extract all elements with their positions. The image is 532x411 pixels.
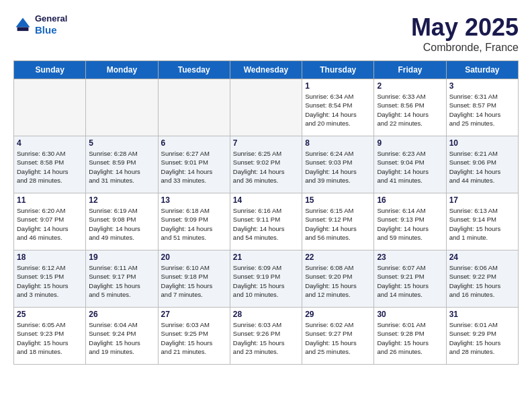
day-header-sunday: Sunday (14, 61, 86, 79)
week-row-0: 1Sunrise: 6:34 AM Sunset: 8:54 PM Daylig… (14, 79, 519, 136)
day-header-tuesday: Tuesday (158, 61, 230, 79)
day-header-friday: Friday (374, 61, 446, 79)
day-cell: 21Sunrise: 6:09 AM Sunset: 9:19 PM Dayli… (230, 250, 302, 308)
week-row-2: 11Sunrise: 6:20 AM Sunset: 9:07 PM Dayli… (14, 193, 519, 250)
day-detail: Sunrise: 6:06 AM Sunset: 9:22 PM Dayligh… (449, 263, 515, 299)
day-cell: 12Sunrise: 6:19 AM Sunset: 9:08 PM Dayli… (86, 193, 158, 250)
day-detail: Sunrise: 6:20 AM Sunset: 9:07 PM Dayligh… (17, 206, 83, 242)
day-cell: 14Sunrise: 6:16 AM Sunset: 9:11 PM Dayli… (230, 193, 302, 250)
day-cell (230, 79, 302, 136)
day-cell: 1Sunrise: 6:34 AM Sunset: 8:54 PM Daylig… (302, 79, 374, 136)
day-number: 29 (305, 310, 371, 319)
day-cell (14, 79, 86, 136)
day-cell: 30Sunrise: 6:01 AM Sunset: 9:28 PM Dayli… (374, 308, 446, 365)
day-cell: 20Sunrise: 6:10 AM Sunset: 9:18 PM Dayli… (158, 250, 230, 308)
page-header: General Blue May 2025 Combronde, France (13, 13, 519, 54)
day-detail: Sunrise: 6:10 AM Sunset: 9:18 PM Dayligh… (161, 263, 227, 299)
day-number: 4 (17, 138, 83, 148)
day-header-wednesday: Wednesday (230, 61, 302, 79)
day-detail: Sunrise: 6:09 AM Sunset: 9:19 PM Dayligh… (233, 263, 299, 299)
day-detail: Sunrise: 6:31 AM Sunset: 8:57 PM Dayligh… (449, 92, 515, 128)
day-cell: 13Sunrise: 6:18 AM Sunset: 9:09 PM Dayli… (158, 193, 230, 250)
day-number: 15 (305, 195, 371, 205)
day-detail: Sunrise: 6:24 AM Sunset: 9:03 PM Dayligh… (305, 149, 371, 185)
day-cell: 28Sunrise: 6:03 AM Sunset: 9:26 PM Dayli… (230, 308, 302, 365)
day-cell: 5Sunrise: 6:28 AM Sunset: 8:59 PM Daylig… (86, 136, 158, 193)
svg-rect-1 (17, 27, 29, 31)
day-detail: Sunrise: 6:19 AM Sunset: 9:08 PM Dayligh… (89, 206, 154, 242)
day-number: 25 (17, 310, 83, 319)
day-detail: Sunrise: 6:18 AM Sunset: 9:09 PM Dayligh… (161, 206, 227, 242)
day-detail: Sunrise: 6:07 AM Sunset: 9:21 PM Dayligh… (377, 263, 443, 299)
title-block: May 2025 Combronde, France (411, 13, 519, 54)
day-cell (158, 79, 230, 136)
day-cell: 6Sunrise: 6:27 AM Sunset: 9:01 PM Daylig… (158, 136, 230, 193)
day-number: 23 (377, 253, 443, 262)
day-cell: 18Sunrise: 6:12 AM Sunset: 9:15 PM Dayli… (14, 250, 86, 308)
day-detail: Sunrise: 6:04 AM Sunset: 9:24 PM Dayligh… (89, 320, 154, 356)
day-cell: 7Sunrise: 6:25 AM Sunset: 9:02 PM Daylig… (230, 136, 302, 193)
week-row-3: 18Sunrise: 6:12 AM Sunset: 9:15 PM Dayli… (14, 250, 519, 308)
day-detail: Sunrise: 6:01 AM Sunset: 9:29 PM Dayligh… (449, 320, 515, 356)
day-detail: Sunrise: 6:25 AM Sunset: 9:02 PM Dayligh… (233, 149, 299, 185)
day-number: 11 (17, 195, 83, 205)
day-detail: Sunrise: 6:15 AM Sunset: 9:12 PM Dayligh… (305, 206, 371, 242)
day-detail: Sunrise: 6:21 AM Sunset: 9:06 PM Dayligh… (449, 149, 515, 185)
day-cell: 31Sunrise: 6:01 AM Sunset: 9:29 PM Dayli… (446, 308, 518, 365)
day-cell: 9Sunrise: 6:23 AM Sunset: 9:04 PM Daylig… (374, 136, 446, 193)
day-detail: Sunrise: 6:28 AM Sunset: 8:59 PM Dayligh… (89, 149, 154, 185)
day-detail: Sunrise: 6:08 AM Sunset: 9:20 PM Dayligh… (305, 263, 371, 299)
day-cell: 29Sunrise: 6:02 AM Sunset: 9:27 PM Dayli… (302, 308, 374, 365)
day-number: 6 (161, 138, 227, 148)
day-cell: 23Sunrise: 6:07 AM Sunset: 9:21 PM Dayli… (374, 250, 446, 308)
day-detail: Sunrise: 6:01 AM Sunset: 9:28 PM Dayligh… (377, 320, 443, 356)
logo-blue: Blue (35, 24, 67, 36)
day-cell: 17Sunrise: 6:13 AM Sunset: 9:14 PM Dayli… (446, 193, 518, 250)
day-detail: Sunrise: 6:02 AM Sunset: 9:27 PM Dayligh… (305, 320, 371, 356)
day-number: 10 (449, 138, 515, 148)
day-cell: 16Sunrise: 6:14 AM Sunset: 9:13 PM Dayli… (374, 193, 446, 250)
day-number: 18 (17, 253, 83, 262)
day-cell: 27Sunrise: 6:03 AM Sunset: 9:25 PM Dayli… (158, 308, 230, 365)
day-number: 26 (89, 310, 154, 319)
day-number: 8 (305, 138, 371, 148)
logo: General Blue (13, 13, 67, 36)
day-number: 27 (161, 310, 227, 319)
day-cell: 3Sunrise: 6:31 AM Sunset: 8:57 PM Daylig… (446, 79, 518, 136)
day-detail: Sunrise: 6:30 AM Sunset: 8:58 PM Dayligh… (17, 149, 83, 185)
day-cell: 2Sunrise: 6:33 AM Sunset: 8:56 PM Daylig… (374, 79, 446, 136)
logo-icon (13, 15, 32, 34)
day-cell: 19Sunrise: 6:11 AM Sunset: 9:17 PM Dayli… (86, 250, 158, 308)
day-cell: 10Sunrise: 6:21 AM Sunset: 9:06 PM Dayli… (446, 136, 518, 193)
day-number: 19 (89, 253, 154, 262)
day-number: 31 (449, 310, 515, 319)
month-year: May 2025 (411, 13, 519, 42)
week-row-1: 4Sunrise: 6:30 AM Sunset: 8:58 PM Daylig… (14, 136, 519, 193)
day-detail: Sunrise: 6:05 AM Sunset: 9:23 PM Dayligh… (17, 320, 83, 356)
day-number: 7 (233, 138, 299, 148)
day-number: 12 (89, 195, 154, 205)
day-cell: 8Sunrise: 6:24 AM Sunset: 9:03 PM Daylig… (302, 136, 374, 193)
day-number: 2 (377, 81, 443, 91)
day-detail: Sunrise: 6:14 AM Sunset: 9:13 PM Dayligh… (377, 206, 443, 242)
day-number: 24 (449, 253, 515, 262)
location: Combronde, France (411, 42, 519, 54)
day-detail: Sunrise: 6:34 AM Sunset: 8:54 PM Dayligh… (305, 92, 371, 128)
week-row-4: 25Sunrise: 6:05 AM Sunset: 9:23 PM Dayli… (14, 308, 519, 365)
day-detail: Sunrise: 6:03 AM Sunset: 9:26 PM Dayligh… (233, 320, 299, 356)
day-number: 30 (377, 310, 443, 319)
calendar-header-row: SundayMondayTuesdayWednesdayThursdayFrid… (14, 61, 519, 79)
logo-text: General Blue (35, 13, 67, 36)
day-detail: Sunrise: 6:16 AM Sunset: 9:11 PM Dayligh… (233, 206, 299, 242)
day-number: 22 (305, 253, 371, 262)
day-detail: Sunrise: 6:12 AM Sunset: 9:15 PM Dayligh… (17, 263, 83, 299)
day-detail: Sunrise: 6:27 AM Sunset: 9:01 PM Dayligh… (161, 149, 227, 185)
day-cell: 4Sunrise: 6:30 AM Sunset: 8:58 PM Daylig… (14, 136, 86, 193)
day-detail: Sunrise: 6:03 AM Sunset: 9:25 PM Dayligh… (161, 320, 227, 356)
day-number: 17 (449, 195, 515, 205)
day-number: 1 (305, 81, 371, 91)
day-detail: Sunrise: 6:33 AM Sunset: 8:56 PM Dayligh… (377, 92, 443, 128)
day-detail: Sunrise: 6:23 AM Sunset: 9:04 PM Dayligh… (377, 149, 443, 185)
day-number: 16 (377, 195, 443, 205)
day-number: 14 (233, 195, 299, 205)
